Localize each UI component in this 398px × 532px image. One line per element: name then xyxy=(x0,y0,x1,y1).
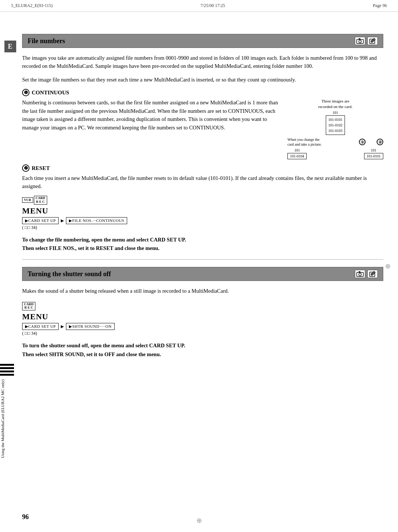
e-box: E xyxy=(4,41,16,52)
card3-box: 101-0101 xyxy=(364,153,383,159)
reset-label: RESET xyxy=(32,165,50,171)
card1-group: 101 101-0101101-0102101-0103 xyxy=(326,111,345,135)
card2-num: 101 xyxy=(294,148,300,152)
card-rec-badge: CARDR E C xyxy=(34,196,47,205)
vertical-sidebar-label: Using the MultiMediaCard (ELURA2 MC only… xyxy=(0,379,18,458)
circle-row: ① ② xyxy=(359,139,383,145)
menu-title-2: MENU xyxy=(22,312,383,321)
camera-icon xyxy=(355,37,365,45)
continuous-label: CONTINUOUS xyxy=(32,90,69,96)
section-shutter-sound: Turning the shutter sound off xyxy=(22,267,383,359)
continuous-body: Numbering is continuous between cards, s… xyxy=(22,98,280,132)
instruction-1-line2: Then select FILE NOS., set it to RESET a… xyxy=(22,245,160,251)
card1-box: 101-0101101-0102101-0103 xyxy=(326,115,345,135)
page-ref-2: ( □□ 34) xyxy=(22,331,383,336)
menu-title-1: MENU xyxy=(22,206,383,216)
menu-arrow-2: ▶ xyxy=(61,324,64,329)
menu-block-2: CARDR E C MENU ▶CARD SET UP ▶ ▶SHTR SOUN… xyxy=(22,300,383,337)
menu-item-card-set-up: ▶CARD SET UP xyxy=(22,217,59,224)
section-title-file-numbers: File numbers xyxy=(28,37,65,45)
instruction-1-line1: To change the file numbering, open the m… xyxy=(22,237,186,243)
menu-block-1: VCR CARDR E C MENU ▶CARD SET UP ▶ ▶FILE … xyxy=(22,196,383,230)
section-icons-2 xyxy=(355,270,378,278)
crosshair-right: ⊕ xyxy=(385,262,391,270)
circle-1: ❶ xyxy=(22,89,29,96)
circle-1-diagram: ① xyxy=(359,139,366,145)
header-right: Page 96 xyxy=(373,3,387,8)
card-rec-badge-2-box: CARDR E C xyxy=(22,302,35,311)
menu-path-1: ▶CARD SET UP ▶ ▶FILE NOS.···CONTINUOUS xyxy=(22,217,383,224)
svg-rect-8 xyxy=(359,271,360,272)
section-divider xyxy=(22,259,383,260)
card3-label-row: 101 xyxy=(371,148,376,152)
reset-title: ❷ RESET xyxy=(22,164,383,172)
card3-num: 101 xyxy=(371,148,376,152)
instruction-text-1: To change the file numbering, open the m… xyxy=(22,236,383,253)
pen-icon xyxy=(367,37,378,45)
svg-point-1 xyxy=(359,40,362,43)
reset-body: Each time you insert a new MultiMediaCar… xyxy=(22,174,383,191)
menu-item-card-set-up-2: ▶CARD SET UP xyxy=(22,323,59,330)
lines-decoration xyxy=(0,364,14,377)
card3-group: 101 101-0101 xyxy=(364,148,383,159)
svg-rect-2 xyxy=(359,38,360,39)
page-ref-1: ( □□ 34) xyxy=(22,225,383,230)
diagram-top-label: Three images arerecorded on the card. xyxy=(287,98,383,109)
instruction-2-line1: To turn the shutter sound off, open the … xyxy=(22,343,185,348)
vcr-badge: VCR xyxy=(22,197,33,203)
section-header-file-numbers: File numbers xyxy=(22,34,383,48)
header-middle: 7/25/00 17:25 xyxy=(200,3,225,8)
continuous-diagram-col: Three images arerecorded on the card. 10… xyxy=(287,98,383,159)
diagram-top-card: 101 101-0101101-0102101-0103 xyxy=(287,111,383,135)
pen-icon-2 xyxy=(367,270,378,278)
circle-2-diagram: ② xyxy=(377,139,383,145)
circle-2: ❷ xyxy=(22,164,29,172)
svg-point-7 xyxy=(359,273,362,276)
menu-path-2: ▶CARD SET UP ▶ ▶SHTR SOUND·····ON xyxy=(22,323,383,330)
menu-arrow-1: ▶ xyxy=(61,218,64,223)
instruction-text-2: To turn the shutter sound off, open the … xyxy=(22,341,383,358)
continuous-title: ❶ CONTINUOUS xyxy=(22,89,383,96)
continuous-text-col: Numbering is continuous between cards, s… xyxy=(22,98,280,137)
header-left: 5_ELURA2_E(93-115) xyxy=(11,3,53,8)
shutter-body: Makes the sound of a shutter being relea… xyxy=(22,287,383,295)
intro-text-1: The images you take are automatically as… xyxy=(22,54,383,70)
vcr-card-badge: VCR CARDR E C xyxy=(22,196,47,205)
card2-group: 101 101-0104 xyxy=(287,148,307,159)
card1-label: 101 xyxy=(333,111,338,115)
intro-text-2: Set the image file numbers so that they … xyxy=(22,76,383,84)
camera-icon-2 xyxy=(355,270,365,278)
page: 5_ELURA2_E(93-115) 7/25/00 17:25 Page 96… xyxy=(0,0,398,532)
menu-item-shtr-sound: ▶SHTR SOUND·····ON xyxy=(66,323,114,330)
card-rec-badge-2: CARDR E C xyxy=(22,302,35,311)
card2-box: 101-0104 xyxy=(287,153,307,159)
diagram-bottom-cards: 101 101-0104 101 101-0101 xyxy=(287,148,383,159)
change-label: When you change thecard and take a pictu… xyxy=(287,137,356,147)
page-header: 5_ELURA2_E(93-115) 7/25/00 17:25 Page 96 xyxy=(0,0,398,12)
instruction-2-line2: Then select SHTR SOUND, set it to OFF an… xyxy=(22,351,161,357)
menu-item-file-nos: ▶FILE NOS.···CONTINUOUS xyxy=(66,217,127,224)
crosshair-bottom: ⊕ xyxy=(196,517,202,525)
card2-label-row: 101 xyxy=(294,148,300,152)
page-number: 96 xyxy=(22,513,29,521)
section-file-numbers: File numbers xyxy=(22,34,383,253)
reset-section: ❷ RESET Each time you insert a new Multi… xyxy=(22,164,383,191)
continuous-two-col: Numbering is continuous between cards, s… xyxy=(22,98,383,159)
section-icons xyxy=(355,37,378,45)
main-content: File numbers xyxy=(22,12,383,359)
continuous-section: ❶ CONTINUOUS Numbering is continuous bet… xyxy=(22,89,383,159)
section-header-shutter: Turning the shutter sound off xyxy=(22,267,383,281)
diagram-change-row: When you change thecard and take a pictu… xyxy=(287,137,383,147)
section-title-shutter: Turning the shutter sound off xyxy=(28,270,111,278)
continuous-diagram: Three images arerecorded on the card. 10… xyxy=(287,98,383,159)
